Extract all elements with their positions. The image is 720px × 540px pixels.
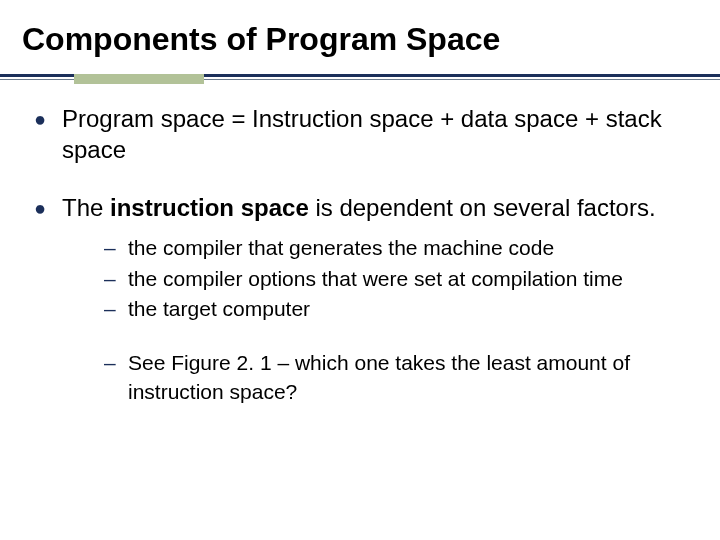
sub-text: the compiler options that were set at co… [128, 265, 690, 293]
dash-icon: – [104, 234, 128, 262]
accent-box [74, 74, 204, 84]
sub-text: the compiler that generates the machine … [128, 234, 690, 262]
sub-item: – the compiler that generates the machin… [104, 234, 690, 262]
bullet-text: The instruction space is dependent on se… [62, 193, 690, 224]
bullet-text: Program space = Instruction space + data… [62, 104, 690, 165]
bullet-icon: ● [34, 193, 62, 224]
sub-text: the target computer [128, 295, 690, 323]
dash-icon: – [104, 349, 128, 406]
sub-item: – the target computer [104, 295, 690, 323]
dash-icon: – [104, 265, 128, 293]
spacer [104, 325, 690, 349]
title-area: Components of Program Space [0, 0, 720, 57]
title-rule [0, 74, 720, 84]
bullet-item: ● Program space = Instruction space + da… [34, 104, 690, 165]
bullet-icon: ● [34, 104, 62, 165]
slide-title: Components of Program Space [22, 22, 720, 57]
sub-item: – See Figure 2. 1 – which one takes the … [104, 349, 690, 406]
bullet-item: ● The instruction space is dependent on … [34, 193, 690, 224]
sub-text: See Figure 2. 1 – which one takes the le… [128, 349, 690, 406]
slide: Components of Program Space ● Program sp… [0, 0, 720, 540]
dash-icon: – [104, 295, 128, 323]
sub-list: – the compiler that generates the machin… [104, 234, 690, 406]
sub-item: – the compiler options that were set at … [104, 265, 690, 293]
body: ● Program space = Instruction space + da… [34, 104, 690, 408]
